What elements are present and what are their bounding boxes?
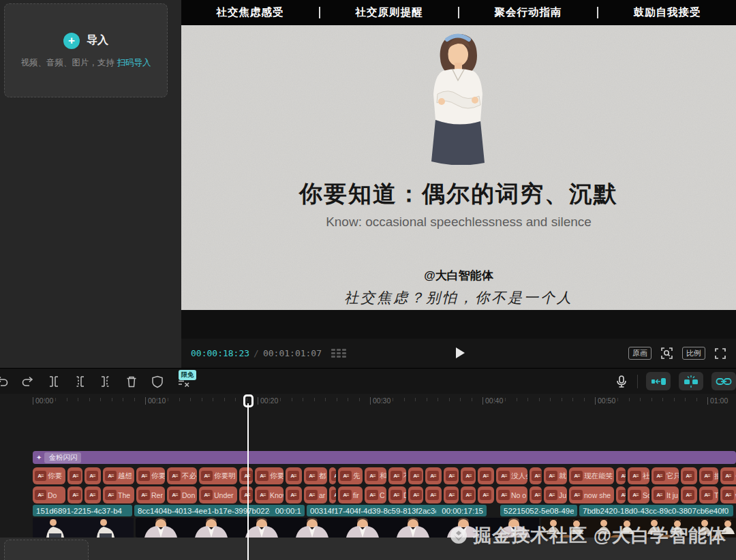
text-clip[interactable]: A≡now she [569, 486, 614, 503]
text-clip[interactable]: A≡ [408, 467, 423, 484]
text-clip[interactable]: A≡你要 [136, 467, 165, 484]
video-clip-frame[interactable] [186, 518, 236, 538]
text-clip[interactable]: A≡T [699, 486, 718, 503]
text-track-cn: A≡你要A≡A≡A≡越想A≡你要A≡不必A≡你要明A≡A≡你要A≡A≡都A≡A≡… [33, 467, 736, 484]
undo-button[interactable] [0, 373, 10, 389]
text-clip[interactable]: A≡ [478, 467, 494, 484]
delete-button[interactable] [123, 373, 139, 389]
scan-import-link[interactable]: 扫码导入 [117, 58, 151, 67]
delete-left-button[interactable] [72, 373, 87, 389]
text-clip[interactable]: A≡都 [304, 467, 327, 484]
text-clip[interactable]: A≡ [616, 467, 626, 484]
effect-track-clip[interactable]: ✦ 金粉闪闪 [33, 451, 736, 464]
text-clip[interactable]: A≡接 [699, 467, 718, 484]
text-clip[interactable]: A≡ [67, 486, 82, 503]
text-clip[interactable]: A≡会 [720, 467, 736, 484]
video-clip-frame[interactable] [337, 518, 388, 538]
text-clip[interactable]: A≡Do [33, 486, 65, 503]
text-clip[interactable]: A≡不 [530, 467, 542, 484]
text-clip[interactable]: A≡就 [544, 467, 567, 484]
import-dropzone[interactable]: + 导入 视频、音频、图片，支持 扫码导入 [4, 3, 168, 97]
link-toggle[interactable] [711, 372, 736, 390]
audio-clip[interactable]: 00314f17-404f-4d39-8c59-813f2ac3d48f00:0… [307, 505, 487, 516]
text-clip[interactable]: A≡C [365, 486, 386, 503]
text-clip[interactable]: A≡没人会 [496, 467, 527, 484]
play-button[interactable] [452, 345, 467, 360]
video-clip-frame[interactable] [236, 518, 287, 538]
snap-toggle[interactable] [679, 372, 703, 390]
text-clip[interactable]: A≡ [681, 486, 697, 503]
text-track-en: A≡DoA≡A≡A≡TheA≡RerA≡DonA≡UnderA≡A≡KnowA≡… [33, 486, 736, 503]
video-clip-frame[interactable] [388, 518, 438, 538]
video-clip-frame[interactable] [83, 518, 134, 538]
text-clip[interactable]: A≡社 [628, 467, 649, 484]
redo-button[interactable] [20, 373, 35, 389]
aspect-ratio-button[interactable]: 比例 [682, 347, 705, 360]
video-clip-frame[interactable] [33, 518, 83, 538]
split-button[interactable] [46, 373, 61, 389]
video-clip-frame[interactable] [287, 518, 337, 538]
text-clip[interactable]: A≡D [388, 486, 406, 503]
text-clip[interactable]: A≡ [444, 486, 459, 503]
frames-grid-icon[interactable] [331, 349, 346, 358]
audio-clip[interactable]: 151d6891-2215-4c37-b4 [33, 505, 132, 516]
text-clip[interactable]: A≡ [286, 486, 302, 503]
text-clip[interactable]: A≡w [530, 486, 542, 503]
text-clip[interactable]: A≡你要 [255, 467, 283, 484]
text-clip[interactable]: A≡Sc [628, 486, 649, 503]
text-clip[interactable]: A≡The [103, 486, 134, 503]
fullscreen-icon[interactable] [714, 347, 726, 360]
woman-illustration [414, 29, 503, 165]
text-clip[interactable]: A≡ [85, 486, 101, 503]
record-voiceover-button[interactable] [613, 373, 629, 389]
text-clip[interactable]: A≡ [478, 486, 494, 503]
text-clip[interactable]: A≡越想 [103, 467, 134, 484]
original-quality-button[interactable]: 原画 [628, 347, 651, 360]
text-clip[interactable]: A≡ [461, 467, 476, 484]
text-clip[interactable]: A≡现在能笑 [569, 467, 614, 484]
text-clip[interactable]: A≡先 [338, 467, 363, 484]
text-clip[interactable]: A≡它只 [651, 467, 679, 484]
audio-clip[interactable]: 7bdb2420-18d0-43cc-89c0-3807cb6e40f0 [579, 505, 733, 516]
text-clip[interactable]: A≡你要 [33, 467, 65, 484]
text-clip[interactable]: A≡w [720, 486, 736, 503]
text-clip[interactable]: A≡ar [304, 486, 327, 503]
text-clip[interactable]: A≡ [461, 486, 476, 503]
text-clip[interactable]: A≡Rer [136, 486, 165, 503]
text-clip[interactable]: A≡It ju [651, 486, 679, 503]
text-clip[interactable]: A≡ [329, 486, 336, 503]
text-clip[interactable]: A≡ [681, 467, 697, 484]
text-clip[interactable]: A≡No o [496, 486, 527, 503]
delete-right-button[interactable] [97, 373, 113, 389]
text-clip[interactable]: A≡Don [167, 486, 197, 503]
text-clip[interactable]: A≡ [425, 467, 442, 484]
text-clip[interactable]: A≡Under [199, 486, 237, 503]
mask-button[interactable] [149, 373, 165, 389]
text-clip[interactable]: A≡Know [255, 486, 283, 503]
text-clip[interactable]: A≡不 [388, 467, 406, 484]
text-clip-icon: A≡ [463, 471, 474, 481]
text-clip[interactable]: A≡ [425, 486, 442, 503]
text-clip[interactable]: A≡ [239, 467, 253, 484]
text-clip[interactable]: A≡fir [338, 486, 363, 503]
text-clip[interactable]: A≡Ju [544, 486, 567, 503]
text-clip[interactable]: A≡ [329, 467, 336, 484]
text-clip[interactable]: A≡和 [365, 467, 386, 484]
video-clip-frame[interactable] [136, 518, 186, 538]
overwrite-toggle[interactable] [646, 372, 671, 390]
text-clip-icon: A≡ [546, 471, 557, 481]
preview-zoom-icon[interactable] [660, 347, 673, 360]
text-clip[interactable]: A≡你要明 [199, 467, 237, 484]
cover-placeholder[interactable] [4, 540, 89, 560]
text-clip[interactable]: A≡ [408, 486, 423, 503]
audio-clip[interactable]: 52215052-5e08-49e3 [500, 505, 577, 516]
timeline-ruler[interactable]: 00:0000:1000:2000:3000:4000:5001:00 [0, 394, 736, 409]
text-clip[interactable]: A≡ [239, 486, 253, 503]
text-clip[interactable]: A≡ [286, 467, 302, 484]
text-clip[interactable]: A≡A [616, 486, 626, 503]
text-clip[interactable]: A≡不必 [167, 467, 197, 484]
text-clip[interactable]: A≡ [67, 467, 82, 484]
audio-clip[interactable]: 8cc1404b-4013-4ee1-b17e-3997b0224bae00:0… [134, 505, 305, 516]
text-clip[interactable]: A≡ [444, 467, 459, 484]
text-clip[interactable]: A≡ [85, 467, 101, 484]
